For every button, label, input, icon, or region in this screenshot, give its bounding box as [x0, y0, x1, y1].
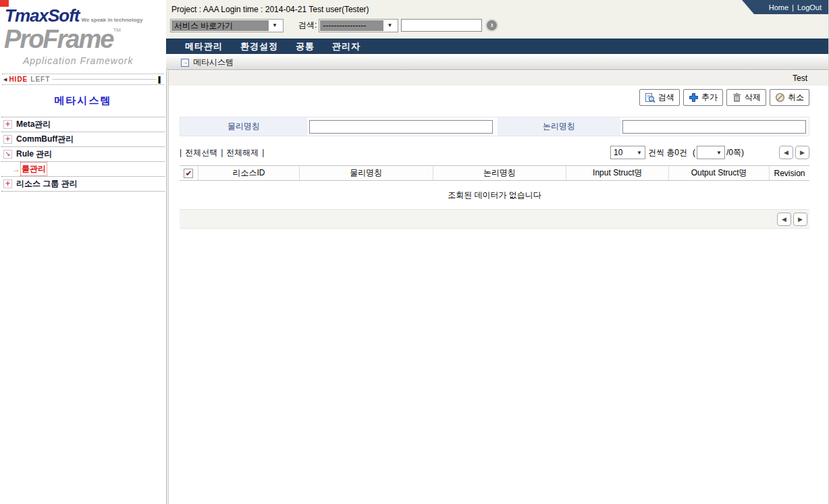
hide-left-toggle[interactable]: ◀ HIDE LEFT ▌: [2, 74, 164, 85]
service-shortcut-value: 서비스 바로가기: [171, 20, 269, 31]
service-shortcut-select[interactable]: 서비스 바로가기 ▼: [170, 19, 284, 32]
dotted-divider: [53, 79, 155, 80]
cancel-button[interactable]: 취소: [770, 89, 809, 106]
physical-name-label: 물리명칭: [180, 117, 307, 136]
global-search-input[interactable]: [401, 19, 482, 32]
page-number-select[interactable]: ▼: [697, 146, 725, 159]
next-page-button[interactable]: ▶: [795, 146, 809, 159]
sidebar-item-label: Meta관리: [16, 119, 51, 130]
paren-open: (: [693, 148, 695, 157]
proframe-logo: ProFrame: [4, 25, 113, 53]
physical-name-input[interactable]: [309, 120, 493, 134]
session-links: Home | LogOut: [742, 0, 828, 14]
menu-item-common[interactable]: 공통: [296, 40, 315, 53]
proframe-app: Home | LogOut TmaxSoftWe speak in techno…: [0, 0, 829, 504]
page-size-value: 10: [614, 148, 622, 157]
delete-button-label: 삭제: [745, 92, 761, 103]
sidebar-item-label: 리소스 그룹 관리: [16, 178, 78, 190]
logo-panel: TmaxSoftWe speak in technology ProFrameT…: [0, 0, 166, 71]
plus-icon: [689, 92, 699, 103]
pipe-separator: |: [221, 148, 223, 157]
sidebar-item-label: CommBuff관리: [16, 134, 74, 145]
plus-expand-icon[interactable]: +: [3, 120, 12, 129]
logical-name-input[interactable]: [622, 120, 806, 134]
collapse-arrow-icon: ◀: [3, 77, 7, 82]
context-label: Test: [793, 74, 807, 83]
sidebar-tree: + Meta관리 + CommBuff관리 ↘ Rule 관리 → 룰관리 + …: [1, 117, 165, 192]
column-header-revision: Revision: [770, 166, 809, 180]
sidebar-item-label-selected: 룰관리: [22, 163, 46, 175]
sidebar-item-meta-mgmt[interactable]: + Meta관리: [1, 117, 165, 132]
prev-page-button[interactable]: ◀: [777, 213, 791, 226]
column-header-resource-id: 리소스ID: [198, 166, 300, 180]
plus-expand-icon[interactable]: +: [3, 135, 12, 144]
chevron-down-icon[interactable]: ▼: [269, 20, 280, 32]
current-item-arrow-icon: →: [12, 165, 20, 174]
cancel-button-label: 취소: [788, 92, 804, 103]
session-links-separator: |: [792, 3, 794, 11]
page-count-suffix: /0쪽): [726, 147, 744, 159]
add-button-label: 추가: [701, 92, 718, 103]
home-link[interactable]: Home: [769, 3, 788, 11]
page-size-suffix: 건씩 총0건: [648, 147, 687, 159]
toolbar: 검색 추가: [169, 89, 828, 106]
sidebar-item-rule-child[interactable]: → 룰관리: [1, 162, 165, 177]
logical-name-label: 논리명칭: [498, 117, 620, 136]
column-header-output-struct: Output Struct명: [669, 166, 770, 180]
menu-item-meta[interactable]: 메타관리: [185, 40, 223, 53]
sidebar-item-resource-group-mgmt[interactable]: + 리소스 그룹 관리: [1, 177, 165, 192]
trademark-mark: TM: [113, 27, 121, 33]
chevron-down-icon: ▼: [637, 150, 642, 156]
breadcrumb: → 메타시스템: [166, 55, 829, 70]
main-content: Test 검색: [169, 71, 828, 504]
empty-result-message: 조회된 데이터가 없습니다: [180, 181, 809, 210]
select-all-link[interactable]: 전체선택: [185, 147, 217, 159]
deselect-all-link[interactable]: 전체해제: [226, 147, 259, 159]
search-category-value: ----------------: [320, 20, 383, 31]
no-entry-icon: [775, 92, 785, 103]
prev-page-button[interactable]: ◀: [779, 146, 793, 159]
search-button-label: 검색: [658, 92, 674, 103]
tmaxsoft-logo: TmaxSoft: [5, 5, 79, 26]
page-size-select[interactable]: 10 ▼: [610, 146, 645, 159]
chevron-down-icon: ▼: [716, 150, 722, 156]
main-menu-bar: 메타관리 환경설정 공통 관리자: [166, 38, 829, 54]
select-all-checkbox[interactable]: ✔: [184, 169, 193, 178]
search-label: 검색:: [298, 20, 317, 31]
column-header-logical-name: 논리명칭: [433, 166, 567, 180]
add-button[interactable]: 추가: [683, 89, 723, 106]
column-header-input-struct: Input Struct명: [566, 166, 669, 180]
search-button[interactable]: 검색: [639, 89, 680, 106]
menu-item-admin[interactable]: 관리자: [332, 40, 360, 53]
plus-expand-icon[interactable]: +: [3, 179, 12, 188]
column-header-physical-name: 물리명칭: [300, 166, 433, 180]
context-bar: Test: [169, 71, 828, 86]
top-bar: Project : AAA Login time : 2014-04-21 Te…: [166, 0, 829, 38]
menu-item-environment[interactable]: 환경설정: [240, 40, 278, 53]
next-page-button[interactable]: ▶: [793, 213, 807, 226]
logout-link[interactable]: LogOut: [797, 3, 822, 11]
project-session-info: Project : AAA Login time : 2014-04-21 Te…: [171, 5, 369, 14]
sidebar-item-rule-mgmt[interactable]: ↘ Rule 관리: [1, 147, 165, 162]
chevron-down-icon[interactable]: ▼: [384, 20, 395, 32]
search-go-button[interactable]: ›: [485, 19, 498, 32]
sidebar-item-commbuff-mgmt[interactable]: + CommBuff관리: [1, 132, 165, 147]
bar-icon: ▌: [159, 76, 163, 83]
selection-pagination-bar: | 전체선택 | 전체해제 | 10 ▼ 건씩 총0건 ( ▼ /0쪽): [180, 145, 809, 160]
expand-box-icon[interactable]: →: [181, 59, 189, 67]
sidebar-title: 메타시스템: [1, 85, 165, 117]
left-sidebar: ◀ HIDE LEFT ▌ 메타시스템 + Meta관리 + CommBuff관…: [0, 71, 166, 504]
search-doc-icon: [645, 92, 656, 103]
product-subtitle: Application Framework: [23, 55, 133, 66]
breadcrumb-label[interactable]: 메타시스템: [193, 57, 234, 68]
hide-label: HIDE: [9, 76, 28, 83]
expanded-node-icon[interactable]: ↘: [3, 150, 12, 159]
trash-icon: [732, 92, 742, 103]
search-category-select[interactable]: ---------------- ▼: [319, 19, 398, 32]
result-grid: ✔ 리소스ID 물리명칭 논리명칭 Input Struct명 Output S…: [180, 165, 809, 229]
pipe-separator: |: [262, 148, 264, 157]
delete-button[interactable]: 삭제: [726, 89, 766, 106]
sidebar-item-label: Rule 관리: [16, 148, 52, 160]
grid-footer-bar: ◀ ▶: [180, 210, 809, 229]
grid-header-row: ✔ 리소스ID 물리명칭 논리명칭 Input Struct명 Output S…: [180, 165, 809, 181]
